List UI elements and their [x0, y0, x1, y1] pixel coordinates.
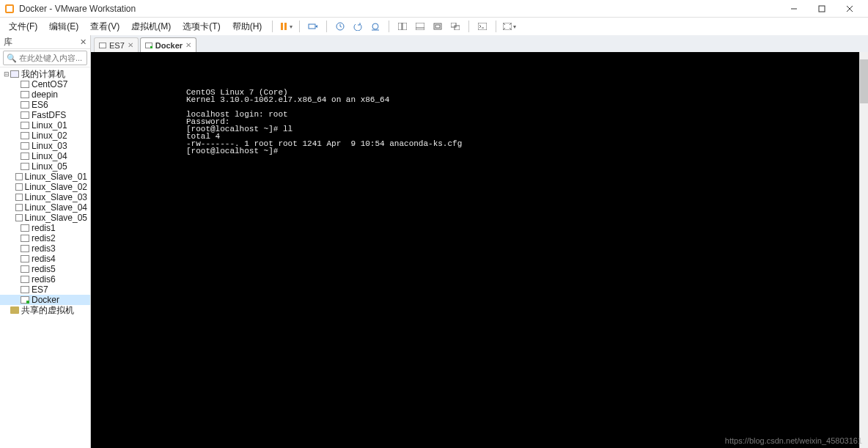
svg-rect-16 [435, 25, 440, 28]
tree-shared-vms[interactable]: 共享的虚拟机 [0, 305, 90, 315]
vm-icon [21, 91, 29, 98]
vm-icon [15, 204, 22, 211]
snapshot-take-button[interactable] [332, 18, 348, 34]
menu-tabs[interactable]: 选项卡(T) [177, 19, 226, 34]
tree-vm-item[interactable]: Linux_02 [0, 131, 90, 141]
snapshot-revert-button[interactable] [350, 18, 366, 34]
tree-root-my-computer[interactable]: ⊟ 我的计算机 [0, 69, 90, 79]
menu-vm[interactable]: 虚拟机(M) [125, 19, 177, 34]
tree-vm-item[interactable]: Linux_03 [0, 141, 90, 151]
tree-vm-item[interactable]: redis1 [0, 223, 90, 233]
close-button[interactable] [836, 0, 864, 18]
menu-edit[interactable]: 编辑(E) [43, 19, 84, 34]
tree-vm-item[interactable]: Linux_04 [0, 151, 90, 161]
vm-icon [145, 43, 152, 48]
tab-docker[interactable]: Docker✕ [140, 37, 196, 52]
tree-vm-item[interactable]: ES7 [0, 284, 90, 295]
tree-vm-label: redis1 [32, 223, 56, 233]
vm-icon [99, 43, 106, 48]
stretch-button[interactable] [501, 18, 518, 34]
tree-vm-item[interactable]: ES6 [0, 100, 90, 110]
fullscreen-button[interactable] [430, 18, 446, 34]
vm-console-view[interactable]: CentOS Linux 7 (Core) Kernel 3.10.0-1062… [91, 52, 868, 448]
vm-icon [21, 255, 29, 262]
snapshot-manager-button[interactable] [367, 18, 383, 34]
tree-vm-label: Linux_05 [32, 161, 67, 172]
tree-vm-label: deepin [32, 89, 58, 100]
sidebar-close-button[interactable]: ✕ [80, 37, 87, 47]
vm-tree: ⊟ 我的计算机 CentOS7deepinES6FastDFSLinux_01L… [0, 67, 90, 448]
tree-vm-item[interactable]: CentOS7 [0, 79, 90, 89]
vm-icon [21, 286, 29, 293]
tree-vm-label: redis3 [32, 243, 56, 254]
tree-vm-label: Linux_Slave_03 [25, 192, 87, 202]
svg-rect-3 [819, 6, 825, 12]
tree-vm-item[interactable]: redis6 [0, 274, 90, 284]
sidebar: 库 ✕ 🔍 ▼ ⊟ 我的计算机 CentOS7deepinES6FastDFSL… [0, 35, 91, 448]
unity-button[interactable] [447, 18, 463, 34]
tree-vm-item[interactable]: Linux_Slave_03 [0, 192, 90, 202]
vm-icon [15, 173, 22, 180]
tree-vm-item[interactable]: redis4 [0, 254, 90, 264]
separator [299, 21, 300, 32]
svg-point-10 [372, 23, 378, 29]
vm-icon [15, 214, 22, 221]
tree-vm-label: redis2 [32, 233, 56, 243]
menu-file[interactable]: 文件(F) [3, 19, 43, 34]
svg-rect-1 [7, 6, 12, 12]
send-ctrl-alt-del-button[interactable] [305, 18, 321, 34]
tree-vm-item[interactable]: Linux_Slave_04 [0, 202, 90, 213]
tab-close-icon[interactable]: ✕ [185, 41, 191, 49]
sidebar-header: 库 ✕ [0, 35, 90, 49]
svg-rect-19 [478, 23, 487, 30]
tree-vm-label: Linux_Slave_05 [25, 213, 87, 223]
terminal[interactable]: CentOS Linux 7 (Core) Kernel 3.10.0-1062… [91, 52, 868, 448]
vm-icon [21, 132, 29, 139]
tree-vm-item[interactable]: FastDFS [0, 110, 90, 120]
tree-vm-label: ES7 [32, 284, 48, 295]
tree-vm-item[interactable]: deepin [0, 89, 90, 100]
tree-vm-item[interactable]: Linux_05 [0, 161, 90, 172]
menu-help[interactable]: 帮助(H) [227, 19, 268, 34]
tree-vm-label: Linux_03 [32, 141, 67, 151]
tree-vm-label: FastDFS [32, 110, 66, 120]
search-input-wrapper[interactable]: 🔍 ▼ [3, 51, 87, 65]
tree-vm-item[interactable]: redis3 [0, 243, 90, 254]
window-title: Docker - VMware Workstation [19, 4, 780, 14]
vm-icon [21, 153, 29, 160]
separator [496, 21, 496, 32]
svg-rect-18 [455, 26, 460, 30]
tree-shared-label: 共享的虚拟机 [21, 304, 74, 317]
tree-vm-item[interactable]: Linux_01 [0, 120, 90, 131]
single-view-button[interactable] [412, 18, 428, 34]
tree-vm-item[interactable]: redis5 [0, 264, 90, 274]
pause-button[interactable] [278, 18, 294, 34]
terminal-output: CentOS Linux 7 (Core) Kernel 3.10.0-1062… [186, 89, 868, 155]
tab-es7[interactable]: ES7✕ [94, 37, 139, 52]
vertical-scrollbar[interactable] [859, 52, 868, 448]
maximize-button[interactable] [808, 0, 836, 18]
scrollbar-thumb[interactable] [860, 59, 868, 103]
tree-vm-label: redis6 [32, 274, 56, 284]
tree-vm-label: Linux_01 [32, 120, 67, 131]
tree-vm-item[interactable]: Linux_Slave_01 [0, 172, 90, 182]
console-button[interactable] [474, 18, 490, 34]
menu-view[interactable]: 查看(V) [84, 19, 125, 34]
tab-label: Docker [155, 41, 183, 50]
vm-icon [15, 183, 22, 191]
separator [326, 21, 327, 32]
tree-vm-item[interactable]: redis2 [0, 233, 90, 243]
tab-close-icon[interactable]: ✕ [128, 41, 133, 49]
tree-vm-label: CentOS7 [32, 79, 67, 89]
app-icon [4, 4, 15, 14]
collapse-icon[interactable]: ⊟ [3, 70, 10, 78]
tree-vm-label: Linux_Slave_04 [25, 202, 87, 213]
menubar: 文件(F) 编辑(E) 查看(V) 虚拟机(M) 选项卡(T) 帮助(H) [0, 18, 868, 35]
tree-vm-item[interactable]: Linux_Slave_02 [0, 182, 90, 192]
tree-root-label: 我的计算机 [21, 68, 65, 81]
tree-vm-label: Linux_04 [32, 151, 67, 161]
thumbnail-view-button[interactable] [394, 18, 411, 34]
svg-rect-17 [451, 23, 456, 27]
minimize-button[interactable] [780, 0, 808, 18]
tree-vm-item[interactable]: Linux_Slave_05 [0, 213, 90, 223]
